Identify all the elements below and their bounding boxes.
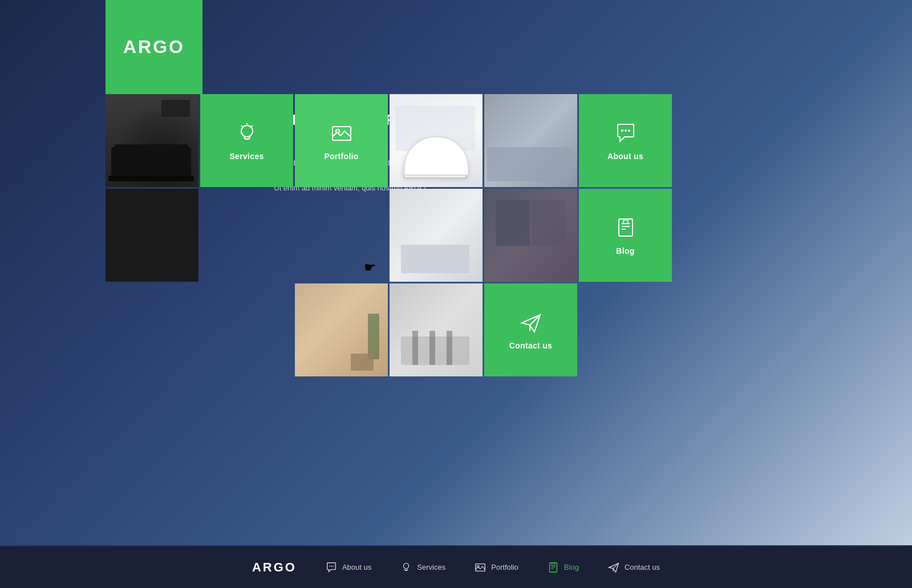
footer-nav-services[interactable]: Services (400, 561, 445, 574)
empty-transparent-1 (200, 189, 293, 282)
services-label: Services (229, 152, 264, 161)
contact-us-label: Contact us (509, 341, 552, 350)
svg-rect-14 (623, 220, 628, 224)
svg-line-3 (252, 125, 253, 127)
footer-portfolio-label: Portfolio (491, 563, 518, 571)
blog-label: Blog (616, 246, 634, 256)
logo-text: ARGO (123, 37, 185, 58)
footer-nav-contact[interactable]: Contact us (607, 561, 660, 574)
svg-point-19 (333, 565, 334, 566)
contact-us-cell[interactable]: Contact us (484, 283, 577, 376)
blog-cell[interactable]: Blog (579, 189, 672, 282)
photo-appliances[interactable] (484, 189, 577, 282)
photo-bedroom-grey[interactable] (484, 94, 577, 187)
footer-gallery-icon (474, 561, 487, 574)
svg-point-7 (621, 129, 623, 132)
footer-logo: ARGO (252, 560, 297, 575)
footer-contact-label: Contact us (625, 563, 660, 571)
portfolio-label: Portfolio (324, 152, 358, 161)
svg-point-18 (331, 565, 332, 566)
services-cell[interactable]: Services (200, 94, 293, 187)
photo-room2[interactable] (390, 189, 483, 282)
svg-point-9 (628, 129, 630, 132)
about-us-cell[interactable]: About us (579, 94, 672, 187)
footer-document-icon (547, 561, 560, 574)
svg-point-20 (404, 563, 409, 568)
empty-dark-1 (106, 189, 198, 282)
footer-nav-blog[interactable]: Blog (547, 561, 579, 574)
chat-icon (613, 121, 638, 146)
about-us-label: About us (607, 152, 643, 161)
svg-point-17 (329, 565, 330, 566)
svg-point-8 (625, 129, 627, 132)
logo-block[interactable]: ARGO (106, 0, 202, 94)
document-icon (613, 216, 638, 241)
photo-bathroom[interactable] (390, 94, 483, 187)
main-grid: Services Portfolio (106, 94, 672, 376)
portfolio-cell[interactable]: Portfolio (295, 94, 388, 187)
svg-line-4 (241, 125, 242, 127)
footer-about-label: About us (342, 563, 371, 571)
photo-black-sofa[interactable] (106, 94, 198, 187)
photo-dining[interactable] (390, 283, 483, 376)
footer-nav-about[interactable]: About us (325, 561, 371, 574)
gallery-icon (329, 121, 354, 146)
empty-r3-2 (200, 283, 293, 376)
photo-bedroom-warm[interactable] (295, 283, 388, 376)
empty-r3-1 (106, 283, 198, 376)
empty-transparent-2 (295, 189, 388, 282)
footer: ARGO About us Services Portfolio (0, 545, 912, 588)
footer-nav-portfolio[interactable]: Portfolio (474, 561, 518, 574)
footer-paper-plane-icon (607, 561, 620, 574)
footer-blog-label: Blog (564, 563, 579, 571)
footer-services-label: Services (417, 563, 445, 571)
empty-r3-6 (579, 283, 672, 376)
footer-lightbulb-icon (400, 561, 412, 574)
svg-rect-28 (552, 563, 555, 565)
svg-point-0 (241, 125, 253, 137)
footer-chat-icon (325, 561, 338, 574)
lightbulb-icon (234, 121, 260, 146)
paper-plane-icon (518, 310, 544, 335)
